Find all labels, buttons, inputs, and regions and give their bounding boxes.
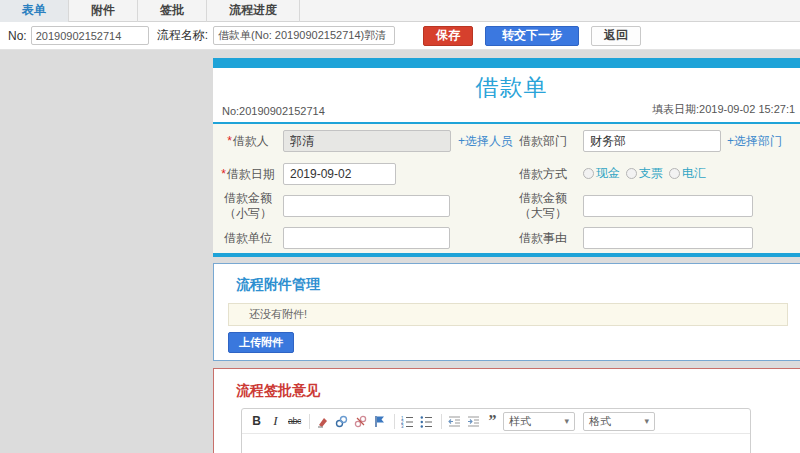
loan-method-radio-group: 现金 支票 电汇 [583,165,712,182]
radio-icon[interactable] [669,168,680,179]
page-title: 借款单 [213,72,800,103]
amount-lowercase-label: 借款金额（小写） [213,191,283,221]
panel-top-bar [213,58,800,68]
process-name-input[interactable] [213,26,395,45]
attachments-panel: 流程附件管理 还没有附件! 上传附件 [213,263,800,361]
no-input[interactable] [31,26,149,45]
required-marker: * [221,167,226,181]
format-dropdown[interactable]: 格式 ▾ [583,412,655,431]
loan-date-input[interactable] [283,163,396,185]
chevron-down-icon: ▾ [644,416,649,426]
tab-form[interactable]: 表单 [0,0,69,22]
svg-text:3: 3 [401,424,404,428]
attachments-section-title: 流程附件管理 [236,276,320,294]
indent-icon[interactable] [465,413,482,430]
radio-icon[interactable] [583,168,594,179]
amount-uppercase-label: 借款金额（大写） [508,191,578,221]
back-button[interactable]: 返回 [591,26,641,46]
tab-bar: 表单 附件 签批 流程进度 [0,0,800,22]
rich-text-editor: B I abc 123 [241,408,751,453]
form-number-text: No:20190902152714 [222,105,325,117]
loan-date-label: *借款日期 [213,167,283,182]
toolbar-separator [394,414,395,429]
no-label: No: [8,29,27,43]
radio-cheque[interactable]: 支票 [626,165,663,182]
forward-next-step-button[interactable]: 转交下一步 [485,26,579,46]
blockquote-icon[interactable]: ” [484,413,501,430]
italic-icon[interactable]: I [267,413,284,430]
tab-approval[interactable]: 签批 [138,0,207,22]
amount-uppercase-input[interactable] [583,195,753,217]
form-header: 借款单 No:20190902152714 填表日期:2019-09-02 15… [213,68,800,122]
toolbar-row: No: 流程名称: 保存 转交下一步 返回 [0,22,800,50]
required-marker: * [227,134,232,148]
tab-attachments[interactable]: 附件 [69,0,138,22]
bold-icon[interactable]: B [248,413,265,430]
radio-wire-transfer[interactable]: 电汇 [669,165,706,182]
select-department-link[interactable]: +选择部门 [727,130,782,152]
tab-process-progress[interactable]: 流程进度 [207,0,300,22]
borrower-label: *借款人 [213,134,283,149]
save-button[interactable]: 保存 [423,26,473,46]
upload-attachment-button[interactable]: 上传附件 [228,332,294,353]
anchor-flag-icon[interactable] [371,413,388,430]
strikethrough-icon[interactable]: abc [286,413,303,430]
loan-reason-input[interactable] [583,227,753,249]
department-input[interactable] [583,130,721,152]
unlink-icon[interactable] [352,413,369,430]
editor-content-area[interactable] [242,434,750,453]
divider [213,253,800,257]
radio-icon[interactable] [626,168,637,179]
approval-section-title: 流程签批意见 [236,382,320,400]
process-name-label: 流程名称: [157,27,208,44]
select-person-link[interactable]: +选择人员 [458,130,513,152]
link-icon[interactable] [333,413,350,430]
numbered-list-icon[interactable]: 123 [399,413,416,430]
amount-lowercase-input[interactable] [283,195,450,217]
loan-unit-label: 借款单位 [213,231,283,246]
loan-method-label: 借款方式 [508,167,578,182]
chevron-down-icon: ▾ [564,416,569,426]
editor-toolbar: B I abc 123 [242,409,750,434]
loan-reason-label: 借款事由 [508,231,578,246]
toolbar-separator [309,414,310,429]
bulleted-list-icon[interactable] [418,413,435,430]
loan-unit-input[interactable] [283,227,450,249]
borrower-input[interactable] [283,130,451,152]
no-attachments-notice: 还没有附件! [228,303,788,326]
toolbar-separator [441,414,442,429]
remove-format-icon[interactable] [314,413,331,430]
approval-panel: 流程签批意见 B I abc 123 [213,368,800,453]
form-date-text: 填表日期:2019-09-02 15:27:1 [652,102,795,117]
department-label: 借款部门 [508,134,578,149]
style-dropdown[interactable]: 样式 ▾ [503,412,575,431]
form-fields-area: *借款人 +选择人员 借款部门 +选择部门 *借款日期 借款方式 现金 支票 电… [213,124,800,253]
outdent-icon[interactable] [446,413,463,430]
radio-cash[interactable]: 现金 [583,165,620,182]
